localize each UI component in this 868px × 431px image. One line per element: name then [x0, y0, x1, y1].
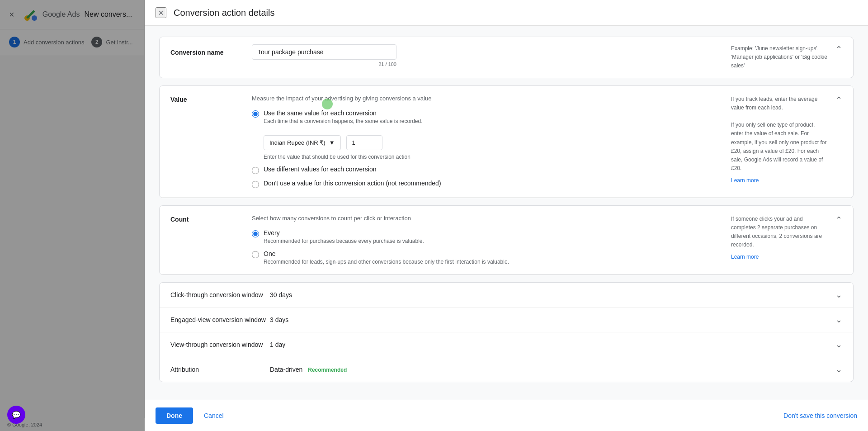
value-section-label: Value — [170, 95, 252, 103]
every-sublabel: Recommended for purchases because every … — [264, 238, 424, 244]
count-section: Count Select how many conversions to cou… — [159, 205, 854, 275]
dim-overlay — [0, 0, 145, 431]
support-chat-button[interactable]: 💬 — [7, 406, 25, 424]
one-label[interactable]: One — [264, 250, 275, 257]
same-value-sublabel: Each time that a conversion happens, the… — [264, 118, 423, 124]
same-value-radio[interactable] — [252, 110, 259, 118]
dialog-close-button[interactable]: × — [156, 7, 166, 18]
view-through-row[interactable]: View-through conversion window 1 day ⌄ — [160, 332, 853, 357]
value-learn-more-link[interactable]: Learn more — [731, 176, 759, 185]
done-button[interactable]: Done — [156, 407, 193, 424]
engaged-view-value: 3 days — [270, 316, 835, 323]
value-description: Measure the impact of your advertising b… — [252, 95, 709, 102]
conversion-name-label: Conversion name — [170, 44, 252, 56]
value-section-content: Measure the impact of your advertising b… — [252, 95, 709, 188]
value-section-aside: If you track leads, enter the average va… — [720, 95, 828, 185]
count-learn-more-link[interactable]: Learn more — [731, 253, 759, 261]
different-values-label[interactable]: Use different values for each conversion — [264, 166, 377, 173]
dialog-body: Conversion name 21 / 100 Example: 'June … — [145, 26, 868, 400]
dialog-header: × Conversion action details — [145, 0, 868, 26]
dont-save-button[interactable]: Don't save this conversion — [783, 412, 857, 419]
count-radio-group: Every Recommended for purchases because … — [252, 229, 709, 265]
recommended-badge: Recommended — [308, 367, 347, 373]
view-through-label: View-through conversion window — [170, 341, 270, 348]
engaged-view-chevron-icon[interactable]: ⌄ — [835, 315, 842, 325]
different-values-option: Use different values for each conversion — [252, 166, 709, 174]
currency-row: Indian Rupee (INR ₹) ▼ — [264, 135, 709, 150]
count-section-label: Count — [170, 215, 252, 223]
count-description: Select how many conversions to count per… — [252, 215, 709, 222]
conversion-name-section: Conversion name 21 / 100 Example: 'June … — [159, 37, 854, 78]
support-icon: 💬 — [12, 411, 21, 419]
count-section-aside: If someone clicks your ad and completes … — [720, 215, 828, 262]
one-radio[interactable] — [252, 251, 259, 258]
conversion-name-input[interactable] — [252, 44, 396, 60]
collapsible-rows-card: Click-through conversion window 30 days … — [159, 282, 854, 382]
attribution-chevron-icon[interactable]: ⌄ — [835, 365, 842, 374]
engaged-view-row[interactable]: Engaged-view conversion window 3 days ⌄ — [160, 308, 853, 332]
no-value-radio[interactable] — [252, 181, 259, 188]
attribution-value: Data-driven Recommended — [270, 366, 835, 373]
value-radio-group: Use the same value for each conversion E… — [252, 109, 709, 188]
currency-select[interactable]: Indian Rupee (INR ₹) ▼ — [264, 135, 341, 150]
one-option: One Recommended for leads, sign-ups and … — [252, 250, 709, 265]
count-section-content: Select how many conversions to count per… — [252, 215, 709, 265]
dialog-footer: Done Cancel Don't save this conversion — [145, 400, 868, 431]
same-value-option: Use the same value for each conversion E… — [252, 109, 709, 124]
every-radio[interactable] — [252, 230, 259, 237]
count-section-chevron-icon[interactable]: ⌃ — [835, 215, 842, 225]
no-value-label[interactable]: Don't use a value for this conversion ac… — [264, 180, 441, 187]
count-aside-text: If someone clicks your ad and completes … — [731, 215, 828, 250]
one-sublabel: Recommended for leads, sign-ups and othe… — [264, 259, 509, 265]
different-values-radio[interactable] — [252, 167, 259, 174]
conversion-name-input-wrap: 21 / 100 — [252, 44, 709, 67]
view-through-value: 1 day — [270, 341, 835, 348]
value-section: Value Measure the impact of your adverti… — [159, 85, 854, 198]
currency-label: Indian Rupee (INR ₹) — [269, 139, 326, 146]
attribution-row[interactable]: Attribution Data-driven Recommended ⌄ — [160, 357, 853, 382]
conversion-action-dialog: × Conversion action details Conversion n… — [145, 0, 868, 431]
conversion-name-chevron-icon[interactable]: ⌃ — [835, 44, 842, 54]
dialog-title: Conversion action details — [174, 8, 274, 18]
same-value-label[interactable]: Use the same value for each conversion — [264, 109, 377, 117]
click-through-chevron-icon[interactable]: ⌄ — [835, 290, 842, 300]
view-through-chevron-icon[interactable]: ⌄ — [835, 340, 842, 350]
enter-value-label: Enter the value that should be used for … — [264, 154, 709, 160]
currency-value-input[interactable] — [346, 135, 382, 150]
currency-dropdown-icon: ▼ — [329, 139, 335, 146]
cancel-button[interactable]: Cancel — [197, 407, 231, 424]
no-value-option: Don't use a value for this conversion ac… — [252, 180, 709, 188]
attribution-label: Attribution — [170, 366, 270, 373]
every-option: Every Recommended for purchases because … — [252, 229, 709, 244]
every-label[interactable]: Every — [264, 229, 280, 237]
click-through-label: Click-through conversion window — [170, 291, 270, 298]
click-through-value: 30 days — [270, 291, 835, 298]
value-section-chevron-icon[interactable]: ⌃ — [835, 95, 842, 105]
conversion-name-aside: Example: 'June newsletter sign-ups', 'Ma… — [720, 44, 828, 71]
char-count: 21 / 100 — [252, 62, 396, 67]
click-through-row[interactable]: Click-through conversion window 30 days … — [160, 283, 853, 308]
engaged-view-label: Engaged-view conversion window — [170, 316, 270, 323]
